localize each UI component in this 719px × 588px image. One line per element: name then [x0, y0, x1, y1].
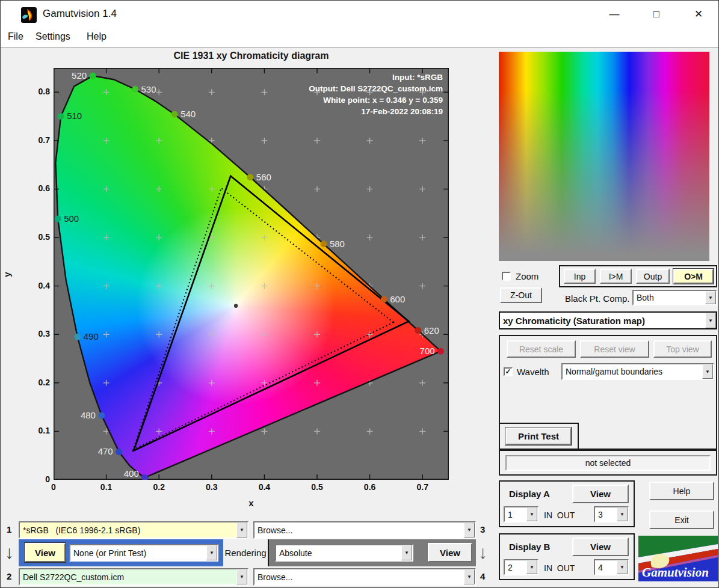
svg-text:520: 520 [72, 70, 87, 81]
display-b-out-value: 4 [595, 563, 617, 572]
black-pt-comp-select[interactable]: Both ▼ [632, 290, 717, 305]
chevron-down-icon[interactable]: ▼ [526, 507, 537, 521]
menu-help[interactable]: Help [87, 31, 106, 42]
intent-none-value: None (or Print Test) [70, 548, 206, 558]
z-out-button[interactable]: Z-Out [500, 287, 542, 303]
svg-text:560: 560 [256, 172, 271, 182]
display-b-view-button[interactable]: View [572, 537, 629, 556]
display-b-inout-label: IN OUT [544, 563, 575, 573]
outp-button[interactable]: Outp [636, 269, 670, 284]
menubar: File Settings Help [1, 28, 718, 47]
y-axis-ticks: 00.10.20.30.40.50.60.70.8 [22, 68, 50, 480]
zoom-checkbox[interactable] [502, 272, 511, 281]
svg-text:620: 620 [424, 325, 439, 335]
boundaries-value: Normal/gamut boundaries [563, 367, 702, 376]
input-profile-value: *sRGB (IEC6 1996-2.1 sRGB) [20, 525, 236, 535]
display-b-in-value: 2 [505, 563, 526, 572]
client-area: CIE 1931 xy Chromaticity diagram 4004704… [1, 48, 718, 588]
display-a-view-button[interactable]: View [572, 485, 629, 503]
gamutvision-logo: Gamutvision [638, 536, 718, 581]
chart-title: CIE 1931 xy Chromaticity diagram [54, 51, 449, 61]
display-b-in-select[interactable]: 2 ▼ [504, 559, 538, 575]
svg-text:700: 700 [420, 346, 435, 356]
slot-2-number: 2 [7, 571, 11, 581]
i-to-m-button[interactable]: I>M [600, 269, 632, 284]
intent-select[interactable]: Absolute ▼ [275, 544, 413, 562]
chevron-down-icon[interactable]: ▼ [617, 560, 628, 574]
chevron-down-icon[interactable]: ▼ [705, 291, 716, 304]
rendering-label: Rendering [223, 539, 269, 566]
chevron-down-icon[interactable]: ▼ [464, 569, 475, 584]
status-field: not selected [505, 455, 711, 471]
x-axis-ticks: 00.10.20.30.40.50.60.7 [54, 482, 449, 494]
down-arrow-icon: ↓ [5, 544, 14, 562]
input-profile-select[interactable]: *sRGB (IEC6 1996-2.1 sRGB) ▼ [19, 521, 248, 539]
chevron-down-icon[interactable]: ▼ [702, 364, 713, 379]
maximize-icon[interactable]: □ [643, 5, 670, 23]
browse-4-select[interactable]: Browse... ▼ [253, 568, 476, 586]
top-view-button[interactable]: Top view [653, 340, 712, 358]
gamutvision-window: Gamutvision 1.4 — □ ✕ File Settings Help… [0, 0, 719, 588]
display-a-title: Display A [509, 489, 550, 499]
svg-text:530: 530 [141, 84, 156, 94]
minimize-icon[interactable]: — [600, 5, 628, 23]
inp-button[interactable]: Inp [564, 269, 596, 284]
menu-settings[interactable]: Settings [35, 31, 70, 42]
chevron-down-icon[interactable]: ▼ [401, 545, 412, 560]
black-pt-comp-value: Both [634, 293, 705, 302]
exit-button[interactable]: Exit [649, 510, 714, 529]
chevron-down-icon[interactable]: ▼ [617, 507, 628, 521]
saturation-map-image [499, 52, 709, 261]
view-right-button[interactable]: View [428, 543, 472, 562]
menu-file[interactable]: File [8, 31, 23, 42]
wavelth-checkbox[interactable]: ✓ [504, 367, 513, 376]
view-left-button[interactable]: View [25, 543, 66, 562]
plot-overlay: 4004704804905005105205305405605806006207… [54, 68, 449, 480]
titlebar: Gamutvision 1.4 — □ ✕ [1, 1, 718, 28]
view-mode-value: xy Chromaticity (Saturation map) [500, 316, 705, 326]
display-b-title: Display B [509, 542, 550, 552]
browse-3-select[interactable]: Browse... ▼ [253, 521, 476, 539]
wavelth-checkbox-label: Wavelth [517, 367, 549, 377]
output-profile-select[interactable]: Dell S2722QC_custom.icm ▼ [19, 568, 248, 586]
display-a-out-select[interactable]: 3 ▼ [594, 506, 629, 522]
print-test-button[interactable]: Print Test [505, 427, 572, 445]
chevron-down-icon[interactable]: ▼ [705, 313, 716, 328]
svg-text:510: 510 [67, 111, 82, 121]
boundaries-select[interactable]: Normal/gamut boundaries ▼ [561, 363, 714, 380]
y-axis-label: y [2, 272, 12, 277]
display-a-out-value: 3 [595, 510, 617, 519]
reset-view-button[interactable]: Reset view [580, 340, 649, 358]
svg-text:580: 580 [330, 239, 345, 249]
intent-none-select[interactable]: None (or Print Test) ▼ [69, 544, 218, 562]
browse-3-value: Browse... [255, 525, 464, 535]
slot-4-number: 4 [480, 571, 485, 581]
logo-text: Gamutvision [642, 565, 709, 580]
chevron-down-icon[interactable]: ▼ [236, 569, 247, 584]
svg-text:470: 470 [98, 446, 113, 456]
view-mode-select[interactable]: xy Chromaticity (Saturation map) ▼ [499, 311, 717, 329]
o-to-m-button[interactable]: O>M [673, 269, 714, 284]
chromaticity-plot: 4004704804905005105205305405605806006207… [54, 68, 449, 480]
chevron-down-icon[interactable]: ▼ [206, 545, 217, 560]
display-a-inout-label: IN OUT [544, 510, 575, 520]
display-a-in-select[interactable]: 1 ▼ [504, 506, 538, 522]
chevron-down-icon[interactable]: ▼ [526, 560, 537, 574]
svg-text:400: 400 [124, 468, 139, 479]
chevron-down-icon[interactable]: ▼ [236, 522, 247, 537]
display-b-out-select[interactable]: 4 ▼ [594, 559, 629, 575]
window-title: Gamutvision 1.4 [43, 8, 117, 20]
app-icon [21, 7, 37, 23]
x-axis-label: x [54, 498, 449, 508]
help-button[interactable]: Help [649, 482, 714, 500]
intent-value: Absolute [276, 548, 401, 558]
black-pt-comp-label: Black Pt. Comp. [565, 293, 630, 304]
reset-scale-button[interactable]: Reset scale [507, 340, 576, 358]
slot-1-number: 1 [7, 524, 11, 534]
output-profile-value: Dell S2722QC_custom.icm [20, 572, 236, 582]
close-icon[interactable]: ✕ [685, 5, 712, 23]
svg-text:480: 480 [81, 410, 96, 420]
chevron-down-icon[interactable]: ▼ [464, 522, 475, 537]
zoom-checkbox-label: Zoom [516, 271, 538, 281]
slot-3-number: 3 [480, 524, 485, 534]
